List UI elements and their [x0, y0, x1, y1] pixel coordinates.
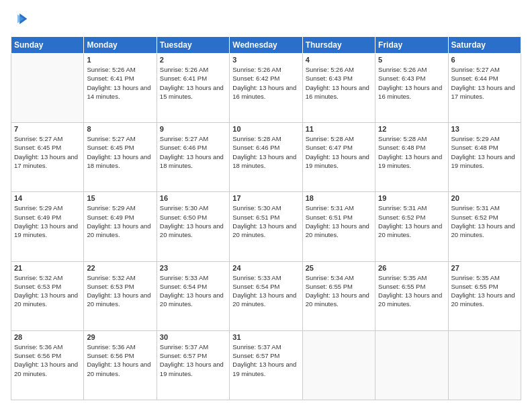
- daylight-text: Daylight: 13 hours and: [87, 291, 153, 300]
- calendar-cell: 24Sunrise: 5:33 AMSunset: 6:54 PMDayligh…: [230, 261, 302, 330]
- daylight-text-2: 20 minutes.: [451, 230, 518, 239]
- daylight-text-2: 16 minutes.: [378, 92, 445, 101]
- sunset-text: Sunset: 6:54 PM: [160, 282, 226, 291]
- calendar-body: 1Sunrise: 5:26 AMSunset: 6:41 PMDaylight…: [11, 54, 521, 400]
- calendar-cell: 4Sunrise: 5:26 AMSunset: 6:43 PMDaylight…: [302, 54, 375, 123]
- daylight-text-2: 14 minutes.: [87, 92, 153, 101]
- sunrise-text: Sunrise: 5:31 AM: [378, 203, 445, 212]
- daylight-text: Daylight: 13 hours and: [451, 152, 518, 161]
- weekday-friday: Friday: [375, 37, 448, 54]
- calendar-cell: 11Sunrise: 5:28 AMSunset: 6:47 PMDayligh…: [302, 123, 375, 192]
- calendar-cell: [11, 54, 84, 123]
- daylight-text: Daylight: 13 hours and: [378, 152, 445, 161]
- calendar-cell: 5Sunrise: 5:26 AMSunset: 6:43 PMDaylight…: [375, 54, 448, 123]
- calendar-cell: 25Sunrise: 5:34 AMSunset: 6:55 PMDayligh…: [302, 261, 375, 330]
- day-number: 12: [378, 125, 445, 133]
- calendar-week-3: 21Sunrise: 5:32 AMSunset: 6:53 PMDayligh…: [11, 261, 521, 330]
- daylight-text: Daylight: 13 hours and: [87, 360, 153, 369]
- sunrise-text: Sunrise: 5:26 AM: [306, 65, 372, 74]
- calendar-cell: 9Sunrise: 5:27 AMSunset: 6:46 PMDaylight…: [157, 123, 229, 192]
- daylight-text: Daylight: 13 hours and: [232, 360, 299, 369]
- daylight-text-2: 20 minutes.: [14, 369, 81, 378]
- sunrise-text: Sunrise: 5:31 AM: [451, 203, 518, 212]
- day-number: 2: [160, 56, 226, 64]
- sunset-text: Sunset: 6:43 PM: [306, 74, 372, 83]
- sunrise-text: Sunrise: 5:28 AM: [232, 134, 299, 143]
- weekday-header-row: SundayMondayTuesdayWednesdayThursdayFrid…: [11, 37, 521, 54]
- daylight-text-2: 19 minutes.: [306, 161, 372, 170]
- day-number: 22: [87, 264, 153, 272]
- weekday-tuesday: Tuesday: [157, 37, 229, 54]
- day-number: 23: [160, 264, 226, 272]
- day-number: 15: [87, 194, 153, 202]
- sunrise-text: Sunrise: 5:37 AM: [232, 342, 299, 351]
- sunrise-text: Sunrise: 5:35 AM: [451, 273, 518, 282]
- sunset-text: Sunset: 6:54 PM: [232, 282, 299, 291]
- sunset-text: Sunset: 6:52 PM: [451, 213, 518, 222]
- day-number: 3: [232, 56, 299, 64]
- day-number: 31: [232, 333, 299, 341]
- daylight-text-2: 19 minutes.: [232, 369, 299, 378]
- calendar-cell: 19Sunrise: 5:31 AMSunset: 6:52 PMDayligh…: [375, 192, 448, 261]
- daylight-text: Daylight: 13 hours and: [232, 152, 299, 161]
- weekday-thursday: Thursday: [302, 37, 375, 54]
- daylight-text: Daylight: 13 hours and: [14, 291, 81, 300]
- calendar-cell: [302, 330, 375, 400]
- sunset-text: Sunset: 6:46 PM: [160, 143, 226, 152]
- day-number: 13: [451, 125, 518, 133]
- day-number: 20: [451, 194, 518, 202]
- logo: [11, 11, 28, 30]
- daylight-text-2: 20 minutes.: [87, 230, 153, 239]
- daylight-text: Daylight: 13 hours and: [160, 360, 226, 369]
- sunset-text: Sunset: 6:42 PM: [232, 74, 299, 83]
- daylight-text-2: 20 minutes.: [14, 300, 81, 308]
- sunrise-text: Sunrise: 5:31 AM: [306, 203, 372, 212]
- day-number: 6: [451, 56, 518, 64]
- daylight-text-2: 20 minutes.: [306, 300, 372, 308]
- day-number: 4: [306, 56, 372, 64]
- daylight-text: Daylight: 13 hours and: [306, 152, 372, 161]
- daylight-text-2: 20 minutes.: [160, 300, 226, 308]
- sunrise-text: Sunrise: 5:26 AM: [232, 65, 299, 74]
- sunrise-text: Sunrise: 5:29 AM: [451, 134, 518, 143]
- sunset-text: Sunset: 6:55 PM: [451, 282, 518, 291]
- calendar-cell: 8Sunrise: 5:27 AMSunset: 6:45 PMDaylight…: [84, 123, 157, 192]
- sunset-text: Sunset: 6:48 PM: [451, 143, 518, 152]
- calendar-cell: 14Sunrise: 5:29 AMSunset: 6:49 PMDayligh…: [11, 192, 84, 261]
- day-number: 5: [378, 56, 445, 64]
- daylight-text: Daylight: 13 hours and: [378, 291, 445, 300]
- daylight-text: Daylight: 13 hours and: [378, 222, 445, 230]
- daylight-text-2: 16 minutes.: [306, 92, 372, 101]
- calendar-cell: 20Sunrise: 5:31 AMSunset: 6:52 PMDayligh…: [448, 192, 521, 261]
- weekday-wednesday: Wednesday: [230, 37, 302, 54]
- daylight-text-2: 18 minutes.: [232, 161, 299, 170]
- calendar-cell: 12Sunrise: 5:28 AMSunset: 6:48 PMDayligh…: [375, 123, 448, 192]
- daylight-text: Daylight: 13 hours and: [306, 83, 372, 92]
- weekday-sunday: Sunday: [11, 37, 84, 54]
- daylight-text: Daylight: 13 hours and: [87, 152, 153, 161]
- sunrise-text: Sunrise: 5:28 AM: [306, 134, 372, 143]
- day-number: 25: [306, 264, 372, 272]
- sunrise-text: Sunrise: 5:30 AM: [232, 203, 299, 212]
- page: SundayMondayTuesdayWednesdayThursdayFrid…: [0, 0, 532, 411]
- daylight-text: Daylight: 13 hours and: [160, 83, 226, 92]
- logo-icon: [12, 11, 28, 27]
- sunset-text: Sunset: 6:56 PM: [87, 351, 153, 360]
- sunrise-text: Sunrise: 5:30 AM: [160, 203, 226, 212]
- daylight-text: Daylight: 13 hours and: [232, 222, 299, 230]
- sunset-text: Sunset: 6:56 PM: [14, 351, 81, 360]
- daylight-text-2: 20 minutes.: [232, 300, 299, 308]
- day-number: 10: [232, 125, 299, 133]
- weekday-monday: Monday: [84, 37, 157, 54]
- calendar-cell: 28Sunrise: 5:36 AMSunset: 6:56 PMDayligh…: [11, 330, 84, 400]
- daylight-text: Daylight: 13 hours and: [451, 222, 518, 230]
- sunset-text: Sunset: 6:46 PM: [232, 143, 299, 152]
- daylight-text: Daylight: 13 hours and: [160, 222, 226, 230]
- daylight-text: Daylight: 13 hours and: [306, 291, 372, 300]
- calendar-cell: 7Sunrise: 5:27 AMSunset: 6:45 PMDaylight…: [11, 123, 84, 192]
- daylight-text-2: 20 minutes.: [87, 300, 153, 308]
- sunrise-text: Sunrise: 5:27 AM: [451, 65, 518, 74]
- day-number: 29: [87, 333, 153, 341]
- sunset-text: Sunset: 6:57 PM: [232, 351, 299, 360]
- calendar-cell: 18Sunrise: 5:31 AMSunset: 6:51 PMDayligh…: [302, 192, 375, 261]
